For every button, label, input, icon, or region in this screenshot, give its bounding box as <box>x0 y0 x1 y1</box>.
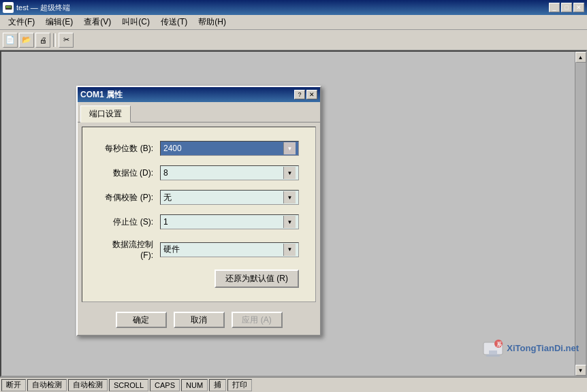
svg-rect-2 <box>486 355 500 357</box>
svg-rect-1 <box>489 350 497 355</box>
form-row-databits: 数据位 (D): 8 ▼ <box>99 165 299 180</box>
tab-header: 端口设置 <box>78 102 320 122</box>
watermark-text-block: XiTongTianDi.net <box>507 343 579 353</box>
watermark: 系 XiTongTianDi.net <box>482 337 579 359</box>
app-icon: 📟 <box>3 2 14 13</box>
select-flowcontrol-arrow[interactable]: ▼ <box>283 244 296 256</box>
form-row-stopbits: 停止位 (S): 1 ▼ <box>99 214 299 229</box>
dialog-title-text: COM1 属性 <box>80 89 123 101</box>
toolbar-cut[interactable]: ✂ <box>59 33 74 48</box>
scroll-track <box>575 63 586 365</box>
dialog-help-button[interactable]: ? <box>294 90 305 99</box>
form-row-baud: 每秒位数 (B): 2400 ▼ <box>99 141 299 156</box>
select-flowcontrol[interactable]: 硬件 ▼ <box>160 242 299 257</box>
dialog-content: 每秒位数 (B): 2400 ▼ 数据位 (D): 8 ▼ 奇偶校验 (P): <box>82 127 316 302</box>
scroll-down-button[interactable]: ▼ <box>575 365 586 376</box>
dialog-title-bar: COM1 属性 ? ✕ <box>78 87 320 102</box>
toolbar: 📄 📂 🖨 ✂ <box>0 30 587 50</box>
menu-file[interactable]: 文件(F) <box>3 15 40 29</box>
minimize-button[interactable]: _ <box>549 3 560 12</box>
select-stopbits[interactable]: 1 ▼ <box>160 214 299 229</box>
menu-edit[interactable]: 编辑(E) <box>40 15 78 29</box>
status-auto-detect-2: 自动检测 <box>68 379 108 391</box>
status-scroll: SCROLL <box>109 379 148 391</box>
select-databits-value: 8 <box>163 168 283 178</box>
select-baud-arrow[interactable]: ▼ <box>283 142 296 154</box>
scroll-up-button[interactable]: ▲ <box>575 52 586 63</box>
cancel-button[interactable]: 取消 <box>174 312 225 328</box>
select-databits-arrow[interactable]: ▼ <box>283 167 296 179</box>
select-parity-value: 无 <box>163 192 283 203</box>
toolbar-separator <box>53 33 56 47</box>
scrollbar-right: ▲ ▼ <box>575 52 586 376</box>
ok-button[interactable]: 确定 <box>116 312 167 328</box>
label-databits: 数据位 (D): <box>99 167 160 179</box>
svg-text:系: 系 <box>496 342 503 348</box>
status-num: NUM <box>181 379 208 391</box>
content-area: ▲ ▼ COM1 属性 ? ✕ 端口设置 每秒位数 (B): <box>0 50 587 377</box>
form-row-parity: 奇偶校验 (P): 无 ▼ <box>99 190 299 205</box>
watermark-site: XiTongTianDi.net <box>507 343 579 353</box>
restore-default-button[interactable]: 还原为默认值 (R) <box>215 270 299 288</box>
watermark-icon: 系 <box>482 337 504 359</box>
label-stopbits: 停止位 (S): <box>99 216 160 228</box>
form-row-flowcontrol: 数据流控制 (F): 硬件 ▼ <box>99 239 299 260</box>
dialog-com1-properties: COM1 属性 ? ✕ 端口设置 每秒位数 (B): 2400 ▼ <box>76 86 321 336</box>
select-parity-arrow[interactable]: ▼ <box>283 191 296 203</box>
menu-help[interactable]: 帮助(H) <box>193 15 232 29</box>
label-parity: 奇偶校验 (P): <box>99 192 160 203</box>
menu-bar: 文件(F) 编辑(E) 查看(V) 叫叫(C) 传送(T) 帮助(H) <box>0 15 587 30</box>
title-buttons: _ □ ✕ <box>549 3 584 12</box>
menu-view[interactable]: 查看(V) <box>78 15 116 29</box>
dialog-title-buttons: ? ✕ <box>294 90 317 99</box>
toolbar-new[interactable]: 📄 <box>3 33 18 48</box>
select-baud[interactable]: 2400 ▼ <box>160 141 299 156</box>
dialog-buttons: 确定 取消 应用 (A) <box>78 306 320 335</box>
select-flowcontrol-value: 硬件 <box>163 244 283 255</box>
close-button[interactable]: ✕ <box>573 3 584 12</box>
select-parity[interactable]: 无 ▼ <box>160 190 299 205</box>
restore-btn-row: 还原为默认值 (R) <box>99 270 299 288</box>
menu-call[interactable]: 叫叫(C) <box>116 15 155 29</box>
title-bar-left: 📟 test — 超级终端 <box>3 2 70 13</box>
menu-transfer[interactable]: 传送(T) <box>155 15 193 29</box>
tab-port-settings[interactable]: 端口设置 <box>80 105 131 122</box>
label-baud: 每秒位数 (B): <box>99 143 160 154</box>
status-caps: CAPS <box>150 379 180 391</box>
title-bar: 📟 test — 超级终端 _ □ ✕ <box>0 0 587 15</box>
status-capture: 捕 <box>209 379 226 391</box>
dialog-close-button[interactable]: ✕ <box>306 90 317 99</box>
select-baud-value: 2400 <box>163 144 283 153</box>
maximize-button[interactable]: □ <box>561 3 572 12</box>
main-window: 📟 test — 超级终端 _ □ ✕ 文件(F) 编辑(E) 查看(V) 叫叫… <box>0 0 587 392</box>
select-stopbits-value: 1 <box>163 217 283 227</box>
toolbar-print[interactable]: 🖨 <box>35 33 50 48</box>
window-title: test — 超级终端 <box>16 3 70 13</box>
status-auto-detect-1: 自动检测 <box>27 379 67 391</box>
status-print: 打印 <box>227 379 252 391</box>
select-stopbits-arrow[interactable]: ▼ <box>283 216 296 228</box>
apply-button[interactable]: 应用 (A) <box>232 312 283 328</box>
select-databits[interactable]: 8 ▼ <box>160 165 299 180</box>
toolbar-open[interactable]: 📂 <box>19 33 34 48</box>
status-bar: 断开 自动检测 自动检测 SCROLL CAPS NUM 捕 打印 <box>0 377 587 392</box>
label-flowcontrol: 数据流控制 (F): <box>99 239 160 260</box>
status-disconnect: 断开 <box>1 379 26 391</box>
